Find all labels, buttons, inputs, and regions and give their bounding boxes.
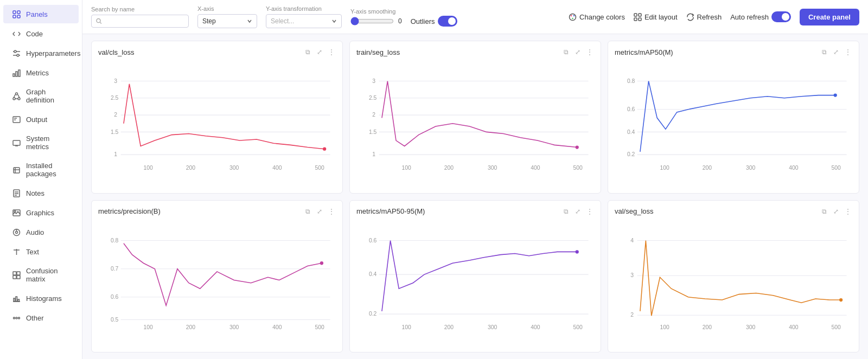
auto-refresh-toggle[interactable] xyxy=(771,11,791,22)
sidebar-item-histograms[interactable]: Histograms xyxy=(3,289,79,307)
svg-text:400: 400 xyxy=(789,165,799,171)
svg-rect-57 xyxy=(639,18,641,21)
chart-svg-4: 0.8 0.7 0.6 0.5 100 200 300 400 500 xyxy=(98,220,336,346)
sidebar-label-histograms: Histograms xyxy=(26,294,62,303)
expand-icon-3[interactable]: ⤢ xyxy=(832,48,840,56)
sidebar-item-graphics[interactable]: Graphics xyxy=(3,203,79,222)
yaxis-smooth-label: Y-axis smoothing xyxy=(350,8,402,15)
expand-icon-1[interactable]: ⤢ xyxy=(315,48,324,56)
chart-svg-1: 3 2.5 2 1.5 1 100 200 300 400 500 xyxy=(98,61,336,187)
xaxis-section: X-axis Step xyxy=(197,5,257,28)
svg-text:500: 500 xyxy=(573,324,583,330)
chart-header-3: metrics/mAP50(M) ⧉ ⤢ ⋮ xyxy=(615,48,852,56)
svg-text:2.5: 2.5 xyxy=(369,95,377,101)
sidebar-item-text[interactable]: Text xyxy=(3,242,79,261)
chart-header-5: metrics/mAP50-95(M) ⧉ ⤢ ⋮ xyxy=(356,207,594,216)
chart-title-3: metrics/mAP50(M) xyxy=(615,48,673,56)
svg-point-47 xyxy=(18,317,20,319)
sidebar-item-panels[interactable]: Panels xyxy=(3,5,79,23)
refresh-action[interactable]: Refresh xyxy=(686,13,722,21)
svg-text:4: 4 xyxy=(630,237,634,243)
copy-icon-1[interactable]: ⧉ xyxy=(303,48,312,56)
copy-icon-2[interactable]: ⧉ xyxy=(561,48,570,56)
copy-icon-4[interactable]: ⧉ xyxy=(303,207,312,216)
svg-text:0.8: 0.8 xyxy=(111,237,119,243)
svg-rect-10 xyxy=(18,70,20,76)
other-icon xyxy=(12,313,21,322)
sidebar-label-text: Text xyxy=(26,248,39,256)
svg-text:300: 300 xyxy=(746,324,756,330)
svg-rect-1 xyxy=(17,11,20,14)
chart-actions-3: ⧉ ⤢ ⋮ xyxy=(820,48,852,56)
outliers-label: Outliers xyxy=(411,17,435,25)
copy-icon-5[interactable]: ⧉ xyxy=(561,207,570,216)
sidebar-item-graph-definition[interactable]: Graph definition xyxy=(3,83,79,109)
more-icon-2[interactable]: ⋮ xyxy=(585,48,594,56)
more-icon-4[interactable]: ⋮ xyxy=(327,207,336,216)
expand-icon-5[interactable]: ⤢ xyxy=(573,207,582,216)
sidebar-item-installed-packages[interactable]: Installed packages xyxy=(3,157,79,183)
svg-rect-43 xyxy=(16,297,17,302)
search-input[interactable] xyxy=(105,17,184,25)
outliers-spacer xyxy=(411,7,458,14)
edit-layout-action[interactable]: Edit layout xyxy=(634,13,678,21)
svg-text:0.5: 0.5 xyxy=(111,316,119,322)
sidebar-item-notes[interactable]: Notes xyxy=(3,184,79,202)
svg-rect-44 xyxy=(18,299,20,302)
yaxis-transform-select[interactable]: Select... xyxy=(266,14,342,28)
svg-point-12 xyxy=(15,93,17,95)
sidebar-item-system-metrics[interactable]: System metrics xyxy=(3,130,79,156)
more-icon-5[interactable]: ⋮ xyxy=(585,207,594,216)
svg-text:2: 2 xyxy=(630,312,634,318)
chart-actions-4: ⧉ ⤢ ⋮ xyxy=(303,207,336,216)
edit-layout-label: Edit layout xyxy=(644,13,678,21)
chart-svg-2: 3 2.5 2 1.5 1 100 200 300 400 500 xyxy=(356,61,594,187)
refresh-label: Refresh xyxy=(697,13,722,21)
expand-icon-6[interactable]: ⤢ xyxy=(832,207,840,216)
change-colors-action[interactable]: Change colors xyxy=(569,13,625,21)
svg-rect-23 xyxy=(14,168,20,173)
copy-icon-6[interactable]: ⧉ xyxy=(820,207,828,216)
sidebar-item-audio[interactable]: Audio xyxy=(3,223,79,241)
outliers-toggle[interactable] xyxy=(438,16,457,27)
svg-text:2: 2 xyxy=(372,112,375,118)
chart-svg-3: 0.8 0.6 0.4 0.2 100 200 300 400 500 xyxy=(615,61,852,187)
svg-rect-55 xyxy=(639,14,641,16)
sidebar-item-output[interactable]: Output xyxy=(3,110,79,129)
svg-rect-9 xyxy=(16,72,17,76)
svg-text:400: 400 xyxy=(531,324,540,330)
svg-text:200: 200 xyxy=(444,165,454,171)
xaxis-select[interactable]: Step xyxy=(197,14,257,28)
svg-text:100: 100 xyxy=(660,165,669,171)
refresh-icon xyxy=(686,13,694,21)
svg-text:0.8: 0.8 xyxy=(627,78,635,84)
svg-text:1: 1 xyxy=(114,151,117,157)
svg-point-5 xyxy=(14,50,16,53)
sidebar-item-other[interactable]: Other xyxy=(3,309,79,327)
sidebar-label-notes: Notes xyxy=(26,189,44,197)
expand-icon-2[interactable]: ⤢ xyxy=(573,48,582,56)
svg-point-103 xyxy=(834,93,837,97)
chart-body-6: 4 3 2 100 200 300 400 500 xyxy=(615,220,852,346)
smooth-slider[interactable] xyxy=(350,17,394,25)
svg-text:200: 200 xyxy=(444,324,454,330)
search-box[interactable] xyxy=(91,15,189,28)
sidebar-item-confusion-matrix[interactable]: Confusion matrix xyxy=(3,262,79,288)
sidebar-item-hyperparameters[interactable]: Hyperparameters xyxy=(3,44,79,62)
graph-icon xyxy=(12,92,21,100)
create-panel-button[interactable]: Create panel xyxy=(800,9,859,25)
chart-header-6: val/seg_loss ⧉ ⤢ ⋮ xyxy=(615,207,852,216)
svg-text:3: 3 xyxy=(630,272,634,278)
more-icon-6[interactable]: ⋮ xyxy=(844,207,852,216)
yaxis-smooth-section: Y-axis smoothing 0 xyxy=(350,8,402,25)
output-icon xyxy=(12,115,21,124)
more-icon-1[interactable]: ⋮ xyxy=(327,48,336,56)
sidebar-item-metrics[interactable]: Metrics xyxy=(3,63,79,82)
sidebar-label-audio: Audio xyxy=(26,228,44,236)
more-icon-3[interactable]: ⋮ xyxy=(844,48,852,56)
auto-refresh-action[interactable]: Auto refresh xyxy=(730,11,791,22)
sidebar-item-code[interactable]: Code xyxy=(3,24,79,43)
expand-icon-4[interactable]: ⤢ xyxy=(315,207,324,216)
chart-train-seg-loss: train/seg_loss ⧉ ⤢ ⋮ 3 2.5 2 1.5 1 100 2… xyxy=(349,41,601,194)
copy-icon-3[interactable]: ⧉ xyxy=(820,48,828,56)
